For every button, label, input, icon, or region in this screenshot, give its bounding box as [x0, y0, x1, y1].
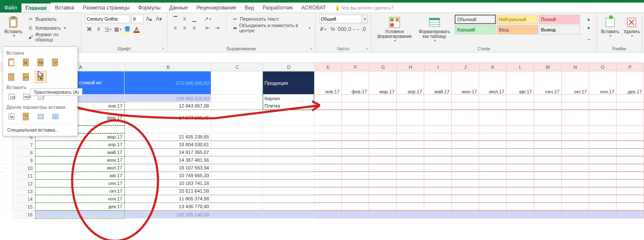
tab-review[interactable]: Рецензирование — [192, 3, 240, 12]
paste-special-menu[interactable]: Специальная вставка... — [6, 124, 75, 133]
fill-color-button[interactable]: 🪣 — [123, 25, 131, 34]
col-header[interactable]: M — [534, 63, 562, 71]
tab-developer[interactable]: Разработчик — [258, 3, 297, 12]
cell[interactable]: дек.17 — [617, 71, 644, 95]
cell[interactable]: 16 107 563,94 — [125, 164, 211, 172]
col-header[interactable]: B — [125, 63, 212, 71]
row-header[interactable]: 16 — [12, 211, 36, 218]
align-top-icon[interactable]: ▔ — [171, 15, 179, 23]
paste-picture-icon[interactable] — [35, 111, 47, 123]
tab-view[interactable]: Вид — [240, 3, 258, 12]
wrap-text-button[interactable]: ↩Переносить текст — [231, 15, 312, 23]
cell[interactable]: авг.17 — [36, 172, 125, 179]
row-header[interactable]: 8 — [12, 149, 36, 157]
col-header[interactable]: F — [342, 63, 370, 71]
row-header[interactable]: 11 — [12, 172, 36, 180]
tab-file[interactable]: Файл — [0, 3, 21, 12]
format-as-table-button[interactable]: Форматировать как таблицу▾ — [417, 15, 452, 43]
align-left-icon[interactable]: ≡ — [171, 24, 179, 32]
cell[interactable]: 272 045 568,83 — [125, 71, 211, 95]
scroll-up-icon[interactable]: ▴ — [584, 15, 593, 23]
paste-all-icon[interactable] — [6, 56, 18, 68]
cell[interactable]: 11 805 374,98 — [125, 195, 211, 203]
cell[interactable]: 14 577 688,45 — [125, 110, 211, 126]
cell[interactable]: апр.17 — [397, 71, 424, 95]
paste-linked-picture-icon[interactable] — [49, 111, 61, 123]
style-input[interactable]: Ввод — [497, 25, 538, 34]
dialog-launcher-icon[interactable]: ↘ — [161, 46, 166, 51]
cell-styles-gallery[interactable]: Обычный Нейтральный Плохой Хороший Ввод … — [455, 15, 580, 34]
cell[interactable]: дек.17 — [36, 203, 125, 210]
cell[interactable]: июн.17 — [36, 157, 125, 164]
tab-pagelayout[interactable]: Разметка страницы — [79, 3, 134, 12]
cell[interactable] — [314, 95, 342, 102]
number-format-select[interactable]: ▾ — [319, 15, 368, 23]
cell[interactable]: июл.17 — [36, 164, 125, 172]
cell[interactable]: янв.17 — [314, 71, 342, 95]
row-header[interactable]: 15 — [12, 203, 36, 211]
cell[interactable]: 14 387 481,56 — [125, 157, 211, 164]
thousands-icon[interactable]: 000 — [338, 25, 346, 34]
tab-insert[interactable]: Вставка — [51, 3, 79, 12]
tab-home[interactable]: Главная — [21, 3, 51, 12]
decrease-font-icon[interactable]: A▾ — [155, 15, 163, 23]
dialog-launcher-icon[interactable]: ↘ — [365, 46, 370, 51]
cell[interactable]: 13 436 770,40 — [125, 203, 211, 210]
cell[interactable] — [211, 95, 263, 102]
delete-cells-button[interactable]: Удалить▾ — [623, 15, 641, 39]
col-header[interactable]: K — [480, 63, 507, 71]
cell[interactable]: 14 917 365,07 — [125, 149, 211, 156]
col-header[interactable]: D — [263, 63, 315, 71]
col-header[interactable]: I — [425, 63, 452, 71]
underline-button[interactable]: Ч▾ — [104, 25, 112, 34]
tab-acrobat[interactable]: ACROBAT — [297, 3, 330, 12]
tab-formulas[interactable]: Формулы — [134, 3, 165, 12]
style-good[interactable]: Хороший — [455, 25, 496, 34]
percent-icon[interactable]: % — [328, 25, 337, 34]
cell[interactable]: июл.17 — [479, 71, 507, 95]
currency-icon[interactable]: ₽▾ — [319, 25, 328, 34]
cell[interactable]: 18 804 030,61 — [125, 141, 211, 148]
cell[interactable]: 21 435 238,65 — [125, 133, 211, 141]
increase-indent-icon[interactable]: ⇥ — [213, 24, 222, 32]
paste-formulas-numfmt-icon[interactable]: %fx — [35, 56, 47, 68]
col-header[interactable]: J — [452, 63, 480, 71]
font-size-input[interactable] — [131, 15, 143, 23]
paste-link-icon[interactable] — [20, 111, 32, 123]
cell[interactable]: окт.17 — [562, 71, 589, 95]
cell[interactable]: 10 183 741,18 — [125, 180, 211, 187]
decrease-decimal-icon[interactable]: ←.0 — [357, 25, 365, 34]
cell[interactable]: сен.17 — [534, 71, 562, 95]
conditional-formatting-button[interactable]: Условное форматирование▾ — [375, 15, 414, 43]
row-header[interactable]: 9 — [12, 157, 36, 164]
cell[interactable]: ноя.17 — [36, 195, 125, 203]
align-center-icon[interactable]: ≡ — [180, 24, 189, 32]
style-bad[interactable]: Плохой — [539, 15, 580, 24]
col-header[interactable]: O — [589, 63, 617, 71]
merge-center-button[interactable]: ⬌Объединить и поместить в центре▾ — [231, 24, 312, 32]
cell[interactable] — [211, 71, 263, 95]
bold-button[interactable]: Ж — [85, 25, 94, 34]
col-header[interactable]: P — [617, 63, 644, 71]
row-header[interactable]: 10 — [12, 164, 36, 172]
italic-button[interactable]: К — [94, 25, 103, 34]
style-output[interactable]: Вывод — [539, 25, 580, 34]
col-header[interactable]: L — [507, 63, 534, 71]
font-name-input[interactable] — [85, 15, 130, 23]
cell[interactable]: май.17 — [36, 149, 125, 156]
insert-cells-button[interactable]: Вставить▾ — [600, 15, 620, 39]
decrease-indent-icon[interactable]: ⇤ — [204, 24, 212, 32]
cell[interactable] — [36, 211, 125, 218]
cell[interactable]: фев.17 — [342, 71, 369, 95]
col-header[interactable]: G — [370, 63, 397, 71]
cell[interactable]: май.17 — [424, 71, 452, 95]
cut-button[interactable]: ✂Вырезать — [26, 15, 78, 23]
col-header[interactable]: H — [397, 63, 425, 71]
paste-keep-colwidth-icon[interactable] — [20, 71, 32, 83]
cell[interactable]: окт.17 — [36, 188, 125, 195]
cell[interactable]: 10 611 641,58 — [125, 188, 211, 195]
cell[interactable]: мар.17 — [369, 71, 397, 95]
paste-keep-source-icon[interactable] — [49, 56, 61, 68]
copy-button[interactable]: ⎘Копировать▼ — [26, 24, 78, 32]
row-header[interactable]: 12 — [12, 180, 36, 188]
